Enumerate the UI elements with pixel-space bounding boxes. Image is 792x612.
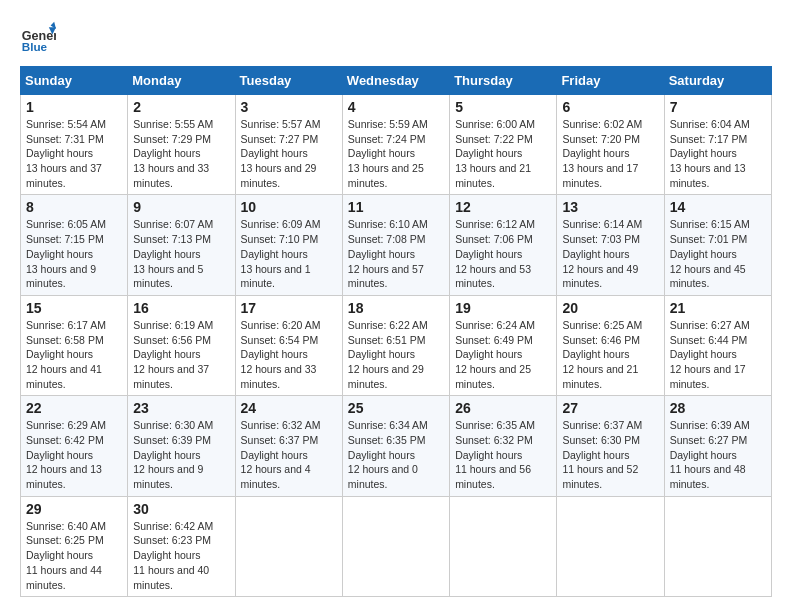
day-info: Sunrise: 6:29 AM Sunset: 6:42 PM Dayligh… <box>26 418 122 491</box>
day-info: Sunrise: 6:34 AM Sunset: 6:35 PM Dayligh… <box>348 418 444 491</box>
calendar-cell: 10 Sunrise: 6:09 AM Sunset: 7:10 PM Dayl… <box>235 195 342 295</box>
day-info: Sunrise: 6:02 AM Sunset: 7:20 PM Dayligh… <box>562 117 658 190</box>
calendar-week-2: 8 Sunrise: 6:05 AM Sunset: 7:15 PM Dayli… <box>21 195 772 295</box>
calendar-header-row: SundayMondayTuesdayWednesdayThursdayFrid… <box>21 67 772 95</box>
day-number: 16 <box>133 300 229 316</box>
calendar-cell: 30 Sunrise: 6:42 AM Sunset: 6:23 PM Dayl… <box>128 496 235 596</box>
day-number: 23 <box>133 400 229 416</box>
day-info: Sunrise: 5:57 AM Sunset: 7:27 PM Dayligh… <box>241 117 337 190</box>
day-info: Sunrise: 6:19 AM Sunset: 6:56 PM Dayligh… <box>133 318 229 391</box>
day-info: Sunrise: 5:55 AM Sunset: 7:29 PM Dayligh… <box>133 117 229 190</box>
calendar-cell: 18 Sunrise: 6:22 AM Sunset: 6:51 PM Dayl… <box>342 295 449 395</box>
day-info: Sunrise: 6:25 AM Sunset: 6:46 PM Dayligh… <box>562 318 658 391</box>
calendar-cell: 24 Sunrise: 6:32 AM Sunset: 6:37 PM Dayl… <box>235 396 342 496</box>
day-number: 22 <box>26 400 122 416</box>
calendar-week-1: 1 Sunrise: 5:54 AM Sunset: 7:31 PM Dayli… <box>21 95 772 195</box>
day-number: 2 <box>133 99 229 115</box>
day-info: Sunrise: 6:10 AM Sunset: 7:08 PM Dayligh… <box>348 217 444 290</box>
calendar-cell <box>557 496 664 596</box>
day-number: 14 <box>670 199 766 215</box>
calendar-cell: 2 Sunrise: 5:55 AM Sunset: 7:29 PM Dayli… <box>128 95 235 195</box>
day-number: 1 <box>26 99 122 115</box>
day-info: Sunrise: 6:14 AM Sunset: 7:03 PM Dayligh… <box>562 217 658 290</box>
calendar-cell: 29 Sunrise: 6:40 AM Sunset: 6:25 PM Dayl… <box>21 496 128 596</box>
day-info: Sunrise: 6:07 AM Sunset: 7:13 PM Dayligh… <box>133 217 229 290</box>
day-number: 8 <box>26 199 122 215</box>
day-info: Sunrise: 6:39 AM Sunset: 6:27 PM Dayligh… <box>670 418 766 491</box>
calendar-cell: 19 Sunrise: 6:24 AM Sunset: 6:49 PM Dayl… <box>450 295 557 395</box>
day-info: Sunrise: 6:15 AM Sunset: 7:01 PM Dayligh… <box>670 217 766 290</box>
calendar-week-5: 29 Sunrise: 6:40 AM Sunset: 6:25 PM Dayl… <box>21 496 772 596</box>
day-info: Sunrise: 6:05 AM Sunset: 7:15 PM Dayligh… <box>26 217 122 290</box>
calendar-cell: 6 Sunrise: 6:02 AM Sunset: 7:20 PM Dayli… <box>557 95 664 195</box>
day-info: Sunrise: 6:17 AM Sunset: 6:58 PM Dayligh… <box>26 318 122 391</box>
day-number: 3 <box>241 99 337 115</box>
day-number: 9 <box>133 199 229 215</box>
day-info: Sunrise: 6:35 AM Sunset: 6:32 PM Dayligh… <box>455 418 551 491</box>
day-number: 28 <box>670 400 766 416</box>
day-info: Sunrise: 6:37 AM Sunset: 6:30 PM Dayligh… <box>562 418 658 491</box>
calendar-cell: 22 Sunrise: 6:29 AM Sunset: 6:42 PM Dayl… <box>21 396 128 496</box>
day-number: 6 <box>562 99 658 115</box>
day-number: 20 <box>562 300 658 316</box>
calendar-cell: 1 Sunrise: 5:54 AM Sunset: 7:31 PM Dayli… <box>21 95 128 195</box>
column-header-saturday: Saturday <box>664 67 771 95</box>
day-info: Sunrise: 6:27 AM Sunset: 6:44 PM Dayligh… <box>670 318 766 391</box>
column-header-wednesday: Wednesday <box>342 67 449 95</box>
day-number: 29 <box>26 501 122 517</box>
day-info: Sunrise: 6:30 AM Sunset: 6:39 PM Dayligh… <box>133 418 229 491</box>
calendar-cell: 13 Sunrise: 6:14 AM Sunset: 7:03 PM Dayl… <box>557 195 664 295</box>
day-info: Sunrise: 6:22 AM Sunset: 6:51 PM Dayligh… <box>348 318 444 391</box>
calendar-week-4: 22 Sunrise: 6:29 AM Sunset: 6:42 PM Dayl… <box>21 396 772 496</box>
day-number: 4 <box>348 99 444 115</box>
day-number: 19 <box>455 300 551 316</box>
calendar-cell: 11 Sunrise: 6:10 AM Sunset: 7:08 PM Dayl… <box>342 195 449 295</box>
column-header-sunday: Sunday <box>21 67 128 95</box>
day-number: 17 <box>241 300 337 316</box>
day-info: Sunrise: 5:59 AM Sunset: 7:24 PM Dayligh… <box>348 117 444 190</box>
calendar-cell: 15 Sunrise: 6:17 AM Sunset: 6:58 PM Dayl… <box>21 295 128 395</box>
calendar-cell: 20 Sunrise: 6:25 AM Sunset: 6:46 PM Dayl… <box>557 295 664 395</box>
day-info: Sunrise: 6:32 AM Sunset: 6:37 PM Dayligh… <box>241 418 337 491</box>
calendar-cell <box>342 496 449 596</box>
calendar-cell: 4 Sunrise: 5:59 AM Sunset: 7:24 PM Dayli… <box>342 95 449 195</box>
calendar-cell: 23 Sunrise: 6:30 AM Sunset: 6:39 PM Dayl… <box>128 396 235 496</box>
logo: General Blue <box>20 20 56 56</box>
day-number: 21 <box>670 300 766 316</box>
day-info: Sunrise: 5:54 AM Sunset: 7:31 PM Dayligh… <box>26 117 122 190</box>
day-info: Sunrise: 6:42 AM Sunset: 6:23 PM Dayligh… <box>133 519 229 592</box>
day-number: 10 <box>241 199 337 215</box>
day-info: Sunrise: 6:40 AM Sunset: 6:25 PM Dayligh… <box>26 519 122 592</box>
logo-icon: General Blue <box>20 20 56 56</box>
calendar-cell: 16 Sunrise: 6:19 AM Sunset: 6:56 PM Dayl… <box>128 295 235 395</box>
column-header-thursday: Thursday <box>450 67 557 95</box>
calendar-cell: 3 Sunrise: 5:57 AM Sunset: 7:27 PM Dayli… <box>235 95 342 195</box>
calendar-cell: 26 Sunrise: 6:35 AM Sunset: 6:32 PM Dayl… <box>450 396 557 496</box>
day-info: Sunrise: 6:04 AM Sunset: 7:17 PM Dayligh… <box>670 117 766 190</box>
day-number: 15 <box>26 300 122 316</box>
calendar-cell: 7 Sunrise: 6:04 AM Sunset: 7:17 PM Dayli… <box>664 95 771 195</box>
day-number: 27 <box>562 400 658 416</box>
day-number: 25 <box>348 400 444 416</box>
page-header: General Blue <box>20 20 772 56</box>
calendar-cell <box>450 496 557 596</box>
day-number: 12 <box>455 199 551 215</box>
day-number: 5 <box>455 99 551 115</box>
day-number: 11 <box>348 199 444 215</box>
calendar-cell: 9 Sunrise: 6:07 AM Sunset: 7:13 PM Dayli… <box>128 195 235 295</box>
day-number: 24 <box>241 400 337 416</box>
day-info: Sunrise: 6:24 AM Sunset: 6:49 PM Dayligh… <box>455 318 551 391</box>
calendar-cell: 27 Sunrise: 6:37 AM Sunset: 6:30 PM Dayl… <box>557 396 664 496</box>
calendar-cell <box>235 496 342 596</box>
calendar-cell: 14 Sunrise: 6:15 AM Sunset: 7:01 PM Dayl… <box>664 195 771 295</box>
calendar-cell: 21 Sunrise: 6:27 AM Sunset: 6:44 PM Dayl… <box>664 295 771 395</box>
calendar-cell: 28 Sunrise: 6:39 AM Sunset: 6:27 PM Dayl… <box>664 396 771 496</box>
column-header-friday: Friday <box>557 67 664 95</box>
calendar-week-3: 15 Sunrise: 6:17 AM Sunset: 6:58 PM Dayl… <box>21 295 772 395</box>
calendar-table: SundayMondayTuesdayWednesdayThursdayFrid… <box>20 66 772 597</box>
calendar-cell: 25 Sunrise: 6:34 AM Sunset: 6:35 PM Dayl… <box>342 396 449 496</box>
column-header-monday: Monday <box>128 67 235 95</box>
calendar-cell <box>664 496 771 596</box>
day-info: Sunrise: 6:20 AM Sunset: 6:54 PM Dayligh… <box>241 318 337 391</box>
day-info: Sunrise: 6:09 AM Sunset: 7:10 PM Dayligh… <box>241 217 337 290</box>
